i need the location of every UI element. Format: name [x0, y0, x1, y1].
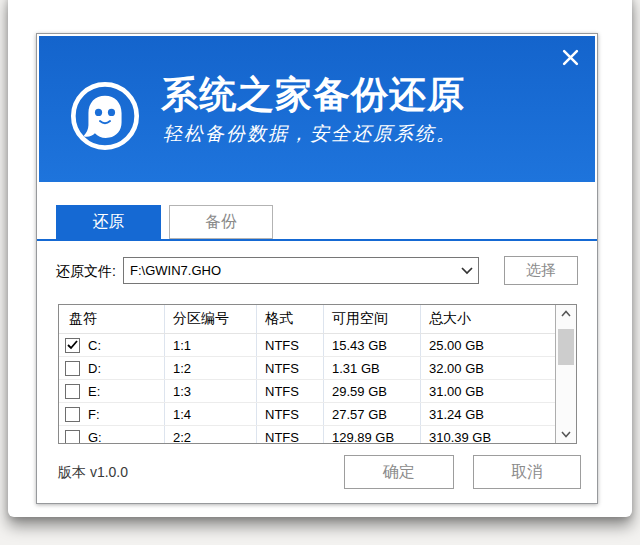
column-header-free[interactable]: 可用空间	[324, 305, 421, 333]
column-header-total[interactable]: 总大小	[421, 305, 539, 333]
column-header-drive[interactable]: 盘符	[59, 305, 165, 333]
tab-underline	[37, 239, 597, 241]
screenshot-stage: 系统之家备份还原 轻松备份数据，安全还原系统。 还原 备份 还原文件: F:\G…	[0, 0, 640, 545]
close-icon[interactable]	[558, 45, 582, 69]
chevron-down-icon	[456, 267, 478, 275]
total-size-value: 32.00 GB	[421, 357, 539, 379]
drive-cell: E:	[59, 380, 165, 402]
vertical-scrollbar[interactable]	[555, 305, 576, 443]
partition-id: 1:3	[165, 380, 257, 402]
drive-letter: G:	[88, 430, 102, 445]
table-header-row: 盘符 分区编号 格式 可用空间 总大小	[59, 305, 576, 334]
total-size-value: 310.39 GB	[421, 426, 539, 444]
app-title: 系统之家备份还原	[161, 70, 465, 120]
ok-button[interactable]: 确定	[344, 455, 454, 489]
drive-checkbox[interactable]	[65, 430, 80, 445]
table-row[interactable]: C:1:1NTFS15.43 GB25.00 GB	[59, 334, 576, 357]
window-header: 系统之家备份还原 轻松备份数据，安全还原系统。	[39, 36, 595, 182]
partition-id: 2:2	[165, 426, 257, 444]
free-space-value: 129.89 GB	[324, 426, 421, 444]
restore-file-combobox[interactable]: F:\GWIN7.GHO	[123, 257, 479, 284]
drive-cell: F:	[59, 403, 165, 425]
tab-backup[interactable]: 备份	[169, 205, 273, 239]
format-value: NTFS	[257, 357, 324, 379]
table-row[interactable]: D:1:2NTFS1.31 GB32.00 GB	[59, 357, 576, 380]
partition-table: 盘符 分区编号 格式 可用空间 总大小 C:1:1NTFS15.43 GB25.…	[58, 304, 577, 444]
drive-letter: F:	[88, 407, 100, 422]
free-space-value: 27.57 GB	[324, 403, 421, 425]
format-value: NTFS	[257, 380, 324, 402]
tab-restore[interactable]: 还原	[56, 205, 161, 239]
drive-cell: G:	[59, 426, 165, 444]
format-value: NTFS	[257, 426, 324, 444]
total-size-value: 31.24 GB	[421, 403, 539, 425]
drive-letter: E:	[88, 384, 100, 399]
drive-letter: D:	[88, 361, 101, 376]
scrollbar-thumb[interactable]	[558, 329, 574, 365]
partition-id: 1:2	[165, 357, 257, 379]
partition-id: 1:1	[165, 334, 257, 356]
drive-cell: D:	[59, 357, 165, 379]
format-value: NTFS	[257, 403, 324, 425]
backup-restore-window: 系统之家备份还原 轻松备份数据，安全还原系统。 还原 备份 还原文件: F:\G…	[36, 33, 598, 504]
drive-letter: C:	[88, 338, 101, 353]
scroll-down-icon[interactable]	[556, 426, 576, 443]
format-value: NTFS	[257, 334, 324, 356]
drive-checkbox[interactable]	[65, 384, 80, 399]
free-space-value: 15.43 GB	[324, 334, 421, 356]
drive-cell: C:	[59, 334, 165, 356]
partition-id: 1:4	[165, 403, 257, 425]
table-body: C:1:1NTFS15.43 GB25.00 GBD:1:2NTFS1.31 G…	[59, 334, 576, 444]
drive-checkbox[interactable]	[65, 338, 80, 353]
free-space-value: 1.31 GB	[324, 357, 421, 379]
total-size-value: 31.00 GB	[421, 380, 539, 402]
select-file-button[interactable]: 选择	[504, 256, 578, 285]
column-header-partition[interactable]: 分区编号	[165, 305, 257, 333]
ghost-logo-icon	[69, 80, 141, 152]
free-space-value: 29.59 GB	[324, 380, 421, 402]
drive-checkbox[interactable]	[65, 407, 80, 422]
total-size-value: 25.00 GB	[421, 334, 539, 356]
app-slogan: 轻松备份数据，安全还原系统。	[163, 121, 457, 147]
table-row[interactable]: G:2:2NTFS129.89 GB310.39 GB	[59, 426, 576, 444]
cancel-button[interactable]: 取消	[473, 455, 581, 489]
restore-file-value: F:\GWIN7.GHO	[124, 263, 456, 278]
drive-checkbox[interactable]	[65, 361, 80, 376]
table-row[interactable]: F:1:4NTFS27.57 GB31.24 GB	[59, 403, 576, 426]
scroll-up-icon[interactable]	[556, 305, 576, 322]
table-row[interactable]: E:1:3NTFS29.59 GB31.00 GB	[59, 380, 576, 403]
column-header-format[interactable]: 格式	[257, 305, 324, 333]
version-label: 版本 v1.0.0	[58, 464, 128, 482]
restore-file-label: 还原文件:	[56, 263, 116, 281]
